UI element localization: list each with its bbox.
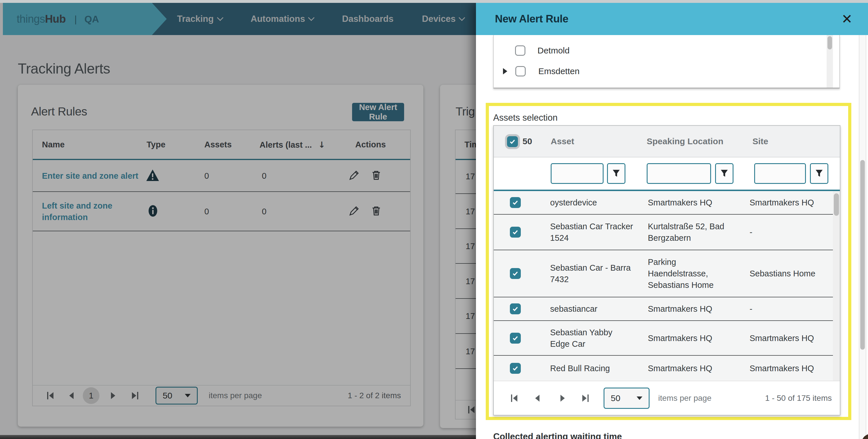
collected-waiting-time-label: Collected alerting waiting time bbox=[493, 432, 622, 439]
column-header-speaking-location[interactable]: Speaking Location bbox=[647, 136, 723, 146]
grid-pager: 50 items per page 1 - 50 of 175 items bbox=[494, 381, 840, 415]
tree-item-emsdetten[interactable]: Emsdetten bbox=[494, 62, 824, 81]
row-checkbox[interactable] bbox=[510, 333, 521, 344]
filter-funnel-icon bbox=[815, 169, 823, 178]
asset-row[interactable]: Sebastian Car - Barra 7432 Parking Haend… bbox=[494, 250, 834, 297]
site: - bbox=[750, 303, 833, 315]
tree-item-label: Detmold bbox=[537, 46, 570, 56]
checkbox[interactable] bbox=[519, 88, 529, 89]
speaking-location: Smartmakers HQ bbox=[648, 303, 728, 315]
expand-caret-icon[interactable] bbox=[503, 68, 507, 74]
tree-scrollbar[interactable] bbox=[827, 35, 833, 89]
site-filter-button[interactable] bbox=[810, 163, 828, 184]
dropdown-arrow-icon bbox=[637, 397, 642, 400]
window-top-edge bbox=[0, 0, 868, 3]
location-tree: Detmold Emsdetten Site B bbox=[493, 35, 840, 89]
panel-header: New Alert Rule ✕ bbox=[476, 3, 868, 35]
pager-last-button[interactable] bbox=[582, 395, 589, 402]
pager-next-button[interactable] bbox=[560, 395, 565, 402]
asset-row[interactable]: oysterdevice Smartmakers HQ Smartmakers … bbox=[494, 191, 834, 215]
page-size-select[interactable]: 50 bbox=[603, 387, 650, 409]
asset-name: Sebastian Car - Barra 7432 bbox=[550, 262, 633, 285]
checkbox[interactable] bbox=[515, 45, 525, 56]
assets-selection-label: Assets selection bbox=[493, 113, 558, 123]
row-checkbox[interactable] bbox=[510, 227, 521, 238]
scrollbar-thumb[interactable] bbox=[860, 160, 865, 350]
speaking-location-filter-input[interactable] bbox=[647, 163, 711, 184]
column-header-asset[interactable]: Asset bbox=[551, 136, 574, 146]
site: Smartmakers HQ bbox=[750, 333, 833, 344]
asset-name: oysterdevice bbox=[550, 197, 633, 208]
asset-row[interactable]: sebastiancar Smartmakers HQ - bbox=[494, 297, 834, 321]
speaking-location: Smartmakers HQ bbox=[648, 333, 728, 344]
pager-prev-button[interactable] bbox=[535, 395, 539, 402]
row-checkbox[interactable] bbox=[510, 197, 521, 208]
asset-row[interactable]: Sebastian Car Tracker 1524 Kurtalstraße … bbox=[494, 215, 834, 250]
row-checkbox[interactable] bbox=[510, 363, 521, 374]
asset-filter-input[interactable] bbox=[551, 163, 603, 184]
page-size-value: 50 bbox=[611, 393, 620, 403]
select-all-count: 50 bbox=[523, 136, 532, 146]
app-screen: thingsHub | QA Tracking Automations Dash… bbox=[0, 0, 868, 439]
speaking-location: Smartmakers HQ bbox=[648, 363, 728, 374]
asset-name: sebastiancar bbox=[550, 303, 633, 315]
asset-name: Sebastian Car Tracker 1524 bbox=[550, 221, 633, 244]
checkbox[interactable] bbox=[515, 66, 526, 76]
panel-title: New Alert Rule bbox=[495, 13, 568, 25]
scrollbar-thumb[interactable] bbox=[828, 36, 832, 50]
tree-item-label: Site B bbox=[541, 88, 564, 89]
site: - bbox=[750, 226, 833, 238]
asset-row[interactable]: Sebastian Yabby Edge Car Smartmakers HQ … bbox=[494, 321, 834, 356]
filter-funnel-icon bbox=[720, 169, 728, 178]
grid-header: 50 Asset Speaking Location Site bbox=[494, 126, 840, 157]
filter-funnel-icon bbox=[613, 169, 620, 178]
modal-backdrop[interactable] bbox=[0, 0, 476, 439]
site: Sebastians Home bbox=[750, 268, 833, 279]
new-alert-rule-panel: New Alert Rule ✕ Detmold Emsdetten Site … bbox=[476, 3, 868, 439]
row-checkbox[interactable] bbox=[510, 268, 521, 279]
tree-item-label: Emsdetten bbox=[538, 66, 580, 76]
items-per-page-label: items per page bbox=[658, 394, 711, 403]
column-header-site[interactable]: Site bbox=[752, 136, 768, 146]
assets-grid: 50 Asset Speaking Location Site bbox=[493, 125, 840, 415]
tree-item-detmold[interactable]: Detmold bbox=[494, 41, 824, 60]
select-all-checkbox[interactable] bbox=[507, 136, 518, 147]
speaking-location: Smartmakers HQ bbox=[648, 197, 728, 208]
site: Smartmakers HQ bbox=[750, 197, 833, 208]
panel-scrollbar[interactable] bbox=[859, 35, 866, 439]
site: Smartmakers HQ bbox=[750, 363, 833, 374]
asset-filter-button[interactable] bbox=[607, 163, 625, 184]
pager-range-label: 1 - 50 of 175 items bbox=[746, 394, 832, 403]
grid-scrollbar[interactable] bbox=[833, 191, 840, 381]
site-filter-input[interactable] bbox=[754, 163, 806, 184]
scrollbar-thumb[interactable] bbox=[834, 193, 839, 216]
close-icon[interactable]: ✕ bbox=[841, 12, 852, 26]
speaking-location: Kurtalstraße 52, Bad Bergzabern bbox=[648, 221, 728, 244]
row-checkbox[interactable] bbox=[510, 304, 521, 314]
speaking-location: Parking Haendelstrasse, Sebastians Home bbox=[648, 256, 728, 291]
tree-item-partial[interactable]: Site B bbox=[494, 84, 824, 89]
pager-first-button[interactable] bbox=[511, 395, 517, 402]
asset-row[interactable]: Red Bull Racing Smartmakers HQ Smartmake… bbox=[494, 356, 834, 381]
asset-name: Red Bull Racing bbox=[550, 363, 633, 374]
speaking-location-filter-button[interactable] bbox=[715, 163, 734, 184]
asset-name: Sebastian Yabby Edge Car bbox=[550, 327, 633, 350]
grid-filter-row bbox=[494, 157, 840, 190]
